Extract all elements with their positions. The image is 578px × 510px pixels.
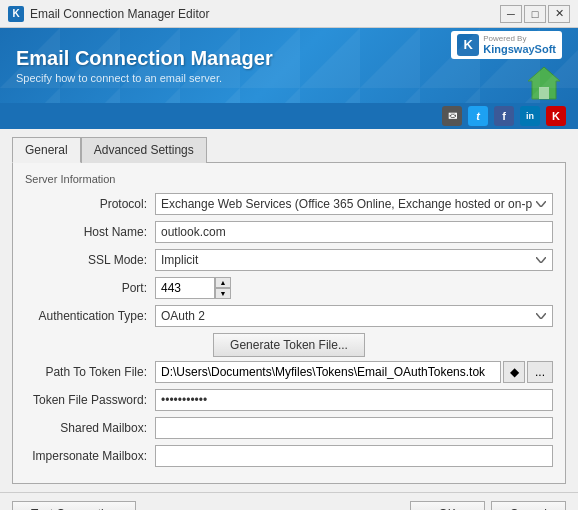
token-browse-icon-button[interactable]: ◆ — [503, 361, 525, 383]
k-brand-icon[interactable]: K — [546, 106, 566, 126]
hostname-control — [155, 221, 553, 243]
header-main-title: Email Connection Manager — [16, 47, 451, 70]
footer-left: Test Connection — [12, 501, 136, 510]
token-path-input[interactable] — [155, 361, 501, 383]
generate-token-button[interactable]: Generate Token File... — [213, 333, 365, 357]
close-button[interactable]: ✕ — [548, 5, 570, 23]
auth-control: OAuth 2 — [155, 305, 553, 327]
hostname-input[interactable] — [155, 221, 553, 243]
window-title: Email Connection Manager Editor — [30, 7, 500, 21]
token-path-row: Path To Token File: ◆ ... — [25, 361, 553, 383]
ks-logo-icon: K — [457, 34, 479, 56]
tabs: General Advanced Settings — [12, 137, 566, 163]
port-label: Port: — [25, 281, 155, 295]
linkedin-icon[interactable]: in — [520, 106, 540, 126]
header-banner: Email Connection Manager Specify how to … — [0, 28, 578, 103]
svg-marker-0 — [528, 67, 560, 99]
header-right: K Powered By KingswaySoft — [451, 31, 562, 101]
facebook-icon[interactable]: f — [494, 106, 514, 126]
hostname-row: Host Name: — [25, 221, 553, 243]
impersonate-mailbox-row: Impersonate Mailbox: — [25, 445, 553, 467]
shared-mailbox-input[interactable] — [155, 417, 553, 439]
port-down-button[interactable]: ▼ — [215, 288, 231, 299]
auth-row: Authentication Type: OAuth 2 — [25, 305, 553, 327]
header-subtitle: Specify how to connect to an email serve… — [16, 72, 451, 84]
ssl-select[interactable]: Implicit — [155, 249, 553, 271]
port-spinner: ▲ ▼ — [215, 277, 231, 299]
protocol-row: Protocol: Exchange Web Services (Office … — [25, 193, 553, 215]
port-control: ▲ ▼ — [155, 277, 553, 299]
general-panel: Server Information Protocol: Exchange We… — [12, 162, 566, 484]
email-social-icon[interactable]: ✉ — [442, 106, 462, 126]
header-title-area: Email Connection Manager Specify how to … — [16, 47, 451, 84]
token-password-label: Token File Password: — [25, 393, 155, 407]
title-bar-buttons: ─ □ ✕ — [500, 5, 570, 23]
tab-advanced-settings[interactable]: Advanced Settings — [81, 137, 207, 163]
test-connection-button[interactable]: Test Connection — [12, 501, 136, 510]
impersonate-mailbox-label: Impersonate Mailbox: — [25, 449, 155, 463]
section-server-info: Server Information — [25, 173, 553, 185]
protocol-select[interactable]: Exchange Web Services (Office 365 Online… — [155, 193, 553, 215]
auth-label: Authentication Type: — [25, 309, 155, 323]
token-password-input[interactable] — [155, 389, 553, 411]
shared-mailbox-label: Shared Mailbox: — [25, 421, 155, 435]
title-bar: K Email Connection Manager Editor ─ □ ✕ — [0, 0, 578, 28]
impersonate-mailbox-control — [155, 445, 553, 467]
protocol-control: Exchange Web Services (Office 365 Online… — [155, 193, 553, 215]
maximize-button[interactable]: □ — [524, 5, 546, 23]
social-bar: ✉ t f in K — [0, 103, 578, 129]
powered-by-badge: K Powered By KingswaySoft — [451, 31, 562, 59]
generate-token-row: Generate Token File... — [25, 333, 553, 357]
ssl-row: SSL Mode: Implicit — [25, 249, 553, 271]
token-password-control — [155, 389, 553, 411]
shared-mailbox-control — [155, 417, 553, 439]
protocol-label: Protocol: — [25, 197, 155, 211]
tab-general[interactable]: General — [12, 137, 81, 163]
auth-select[interactable]: OAuth 2 — [155, 305, 553, 327]
twitter-icon[interactable]: t — [468, 106, 488, 126]
svg-rect-1 — [539, 87, 549, 99]
powered-by-text: Powered By KingswaySoft — [483, 34, 556, 55]
ssl-control: Implicit — [155, 249, 553, 271]
port-input[interactable] — [155, 277, 215, 299]
ssl-label: SSL Mode: — [25, 253, 155, 267]
footer: Test Connection OK Cancel — [0, 492, 578, 510]
app-icon: K — [8, 6, 24, 22]
token-browse-dots-button[interactable]: ... — [527, 361, 553, 383]
port-up-button[interactable]: ▲ — [215, 277, 231, 288]
impersonate-mailbox-input[interactable] — [155, 445, 553, 467]
token-password-row: Token File Password: — [25, 389, 553, 411]
footer-right: OK Cancel — [410, 501, 566, 510]
token-path-control: ◆ ... — [155, 361, 553, 383]
port-row: Port: ▲ ▼ — [25, 277, 553, 299]
house-icon — [526, 65, 562, 101]
token-path-label: Path To Token File: — [25, 365, 155, 379]
ok-button[interactable]: OK — [410, 501, 485, 510]
hostname-label: Host Name: — [25, 225, 155, 239]
cancel-button[interactable]: Cancel — [491, 501, 566, 510]
main-content: General Advanced Settings Server Informa… — [0, 129, 578, 492]
minimize-button[interactable]: ─ — [500, 5, 522, 23]
shared-mailbox-row: Shared Mailbox: — [25, 417, 553, 439]
